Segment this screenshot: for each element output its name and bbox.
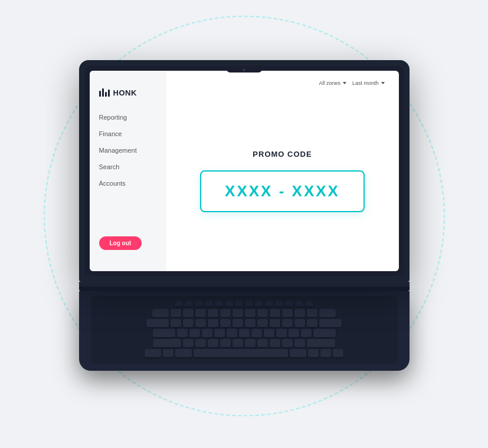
key-r4-shift-l bbox=[153, 339, 181, 347]
promo-code-value: XXXX - XXXX bbox=[225, 182, 340, 200]
main-content: All zones Last month PROMO CODE XXXX - X… bbox=[166, 71, 399, 271]
key-r2-u bbox=[245, 319, 256, 327]
key-fn-8 bbox=[245, 301, 253, 307]
promo-section: PROMO CODE XXXX - XXXX bbox=[181, 100, 385, 262]
sidebar-item-accounts[interactable]: Accounts bbox=[99, 175, 157, 192]
key-r1-5 bbox=[208, 309, 218, 317]
key-r1-8 bbox=[245, 309, 256, 317]
key-r2-w bbox=[183, 319, 194, 327]
keyboard-body bbox=[91, 296, 398, 364]
logo-bar-4 bbox=[108, 90, 110, 97]
key-r2-tab bbox=[146, 319, 169, 327]
time-filter-label: Last month bbox=[352, 80, 379, 86]
key-r3-h bbox=[239, 329, 250, 337]
key-fn-13 bbox=[295, 301, 303, 307]
screen-bezel: HONK Reporting Finance Management Search… bbox=[85, 66, 404, 276]
key-r5-arrow-l bbox=[320, 349, 331, 357]
keyboard-row-1 bbox=[96, 309, 393, 317]
time-filter-dropdown[interactable]: Last month bbox=[352, 80, 385, 86]
promo-code-title: PROMO CODE bbox=[253, 150, 312, 159]
key-r4-n bbox=[245, 339, 256, 347]
keyboard-row-4 bbox=[96, 339, 393, 347]
key-r2-r bbox=[208, 319, 218, 327]
key-r2-p bbox=[282, 319, 293, 327]
time-dropdown-arrow-icon bbox=[381, 82, 385, 84]
key-fn-12 bbox=[285, 301, 293, 307]
key-fn-1 bbox=[175, 301, 183, 307]
key-r3-semi bbox=[289, 329, 299, 337]
key-r3-apos bbox=[301, 329, 312, 337]
key-fn-4 bbox=[205, 301, 213, 307]
key-r2-q bbox=[171, 319, 181, 327]
key-fn-11 bbox=[275, 301, 283, 307]
key-r4-z bbox=[183, 339, 194, 347]
key-r1-9 bbox=[257, 309, 268, 317]
key-r2-bs bbox=[319, 319, 342, 327]
key-r1-10 bbox=[270, 309, 280, 317]
key-r3-l bbox=[276, 329, 287, 337]
sidebar-item-finance[interactable]: Finance bbox=[99, 126, 157, 142]
key-r5-space bbox=[194, 349, 288, 357]
nav-items: Reporting Finance Management Search Acco… bbox=[90, 109, 166, 227]
logo-bar-3 bbox=[105, 92, 107, 97]
sidebar-item-search[interactable]: Search bbox=[99, 159, 157, 175]
key-fn-3 bbox=[195, 301, 203, 307]
promo-code-box: XXXX - XXXX bbox=[200, 170, 365, 212]
logo-bar-1 bbox=[99, 91, 101, 97]
key-r3-enter bbox=[313, 329, 336, 337]
logo-bars-icon bbox=[99, 88, 110, 97]
key-fn-5 bbox=[215, 301, 223, 307]
key-r4-comma bbox=[270, 339, 280, 347]
key-fn-9 bbox=[255, 301, 263, 307]
logo-text: HONK bbox=[113, 88, 137, 97]
sidebar-item-reporting[interactable]: Reporting bbox=[99, 109, 157, 126]
laptop-lid: HONK Reporting Finance Management Search… bbox=[79, 60, 410, 282]
laptop-base bbox=[79, 282, 410, 291]
keyboard-section bbox=[79, 291, 410, 371]
key-r3-k bbox=[264, 329, 274, 337]
key-r4-b bbox=[232, 339, 243, 347]
key-r4-m bbox=[257, 339, 268, 347]
key-r1-3 bbox=[183, 309, 194, 317]
key-r1-2 bbox=[171, 309, 181, 317]
sidebar: HONK Reporting Finance Management Search… bbox=[90, 71, 166, 271]
key-r1-11 bbox=[282, 309, 293, 317]
logo-bar-2 bbox=[102, 88, 104, 97]
key-r3-d bbox=[202, 329, 212, 337]
key-r2-t bbox=[220, 319, 231, 327]
key-r3-s bbox=[189, 329, 200, 337]
key-r5-opt-r bbox=[308, 349, 319, 357]
zone-dropdown-arrow-icon bbox=[343, 82, 346, 84]
key-r4-period bbox=[282, 339, 293, 347]
key-r2-y bbox=[232, 319, 243, 327]
key-fn-7 bbox=[235, 301, 243, 307]
sidebar-item-management[interactable]: Management bbox=[99, 142, 157, 159]
key-r5-cmd-r bbox=[290, 349, 306, 357]
key-r5-cmd-l bbox=[175, 349, 192, 357]
key-r4-x bbox=[195, 339, 206, 347]
key-fn-2 bbox=[185, 301, 193, 307]
logo-area: HONK bbox=[90, 83, 166, 109]
key-r1-1 bbox=[152, 309, 169, 317]
camera-notch bbox=[227, 68, 262, 73]
key-r4-shift-r bbox=[307, 339, 335, 347]
zone-filter-dropdown[interactable]: All zones bbox=[319, 80, 346, 86]
key-r3-a bbox=[177, 329, 188, 337]
key-r5-arrow-r bbox=[333, 349, 343, 357]
key-r2-i bbox=[257, 319, 268, 327]
keyboard-row-2 bbox=[96, 319, 393, 327]
screen-content: HONK Reporting Finance Management Search… bbox=[90, 71, 399, 271]
laptop-device: HONK Reporting Finance Management Search… bbox=[79, 60, 410, 371]
key-r1-14 bbox=[319, 309, 336, 317]
key-r1-13 bbox=[307, 309, 317, 317]
key-fn-10 bbox=[265, 301, 273, 307]
key-r1-7 bbox=[232, 309, 243, 317]
key-fn-6 bbox=[225, 301, 233, 307]
key-r1-6 bbox=[220, 309, 231, 317]
key-r1-4 bbox=[195, 309, 206, 317]
key-fn-14 bbox=[305, 301, 313, 307]
key-r4-c bbox=[208, 339, 218, 347]
key-r3-f bbox=[214, 329, 225, 337]
key-r2-e bbox=[195, 319, 206, 327]
logout-button[interactable]: Log out bbox=[99, 236, 142, 250]
